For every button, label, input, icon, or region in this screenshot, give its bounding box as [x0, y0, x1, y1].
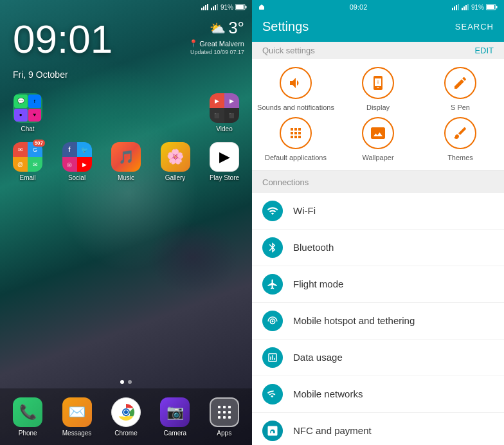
svg-rect-6 — [215, 5, 216, 10]
app-icon-video[interactable]: ▶ ▶ ⬛ ⬛ Video — [206, 93, 242, 132]
qs-default-apps-icon — [280, 117, 312, 149]
hotspot-icon — [262, 311, 283, 331]
svg-rect-16 — [223, 406, 226, 408]
data-label: Data usage — [293, 352, 343, 363]
status-time-right: 09:02 — [350, 3, 368, 11]
qs-wallpaper-icon — [362, 117, 394, 149]
settings-panel: 09:02 91% Settings SEARCH — [252, 0, 504, 445]
qs-spen-label: S Pen — [451, 103, 470, 112]
connections-title: Connections — [262, 177, 309, 187]
notification-icon — [258, 4, 265, 10]
lock-screen-time: 09:01 — [13, 19, 113, 59]
qs-sounds-icon — [280, 67, 312, 99]
quick-settings-grid: Sounds and notifications Display S Pen — [252, 59, 504, 171]
email-badge: 507 — [33, 140, 45, 147]
svg-rect-4 — [211, 8, 212, 10]
dock-apps[interactable]: Apps — [206, 397, 242, 437]
qs-default-apps[interactable]: Default applications — [257, 117, 334, 162]
qs-display-icon — [362, 67, 394, 99]
page-dots — [120, 380, 132, 384]
settings-item-data[interactable]: Data usage — [252, 340, 504, 376]
app-icon-email[interactable]: ✉ G @ ✉ 507 Email — [10, 142, 46, 181]
svg-rect-19 — [223, 411, 226, 413]
status-bar-right: 09:02 91% — [252, 0, 504, 14]
settings-item-nfc[interactable]: NFC and payment — [252, 413, 504, 445]
dock-label-phone: Phone — [19, 430, 37, 437]
app-icon-playstore[interactable]: ▶ Play Store — [206, 142, 242, 181]
svg-rect-18 — [218, 411, 221, 413]
settings-list: Wi-Fi Bluetooth Flight mode — [252, 193, 504, 445]
app-label-social: Social — [68, 174, 86, 181]
status-icons-left: 91% — [201, 4, 247, 11]
app-icon-social[interactable]: f 🐦 ◎ ▶ Social — [59, 142, 95, 181]
qs-themes-label: Themes — [447, 153, 473, 162]
svg-rect-31 — [465, 5, 467, 10]
battery-icon-left — [235, 4, 247, 10]
settings-item-flight[interactable]: Flight mode — [252, 266, 504, 303]
dock-label-camera: Camera — [164, 430, 187, 437]
app-label-video: Video — [216, 125, 232, 132]
svg-rect-10 — [236, 5, 244, 9]
edit-button[interactable]: EDIT — [474, 46, 494, 55]
networks-label: Mobile networks — [293, 388, 363, 399]
svg-rect-25 — [452, 8, 453, 10]
app-row-1: 💬 f ● ♥ Chat ▶ ▶ ⬛ ⬛ Video — [10, 93, 242, 132]
qs-themes[interactable]: Themes — [422, 117, 499, 162]
svg-rect-17 — [228, 406, 231, 408]
nfc-label: NFC and payment — [293, 425, 372, 436]
svg-rect-29 — [462, 8, 463, 10]
dock-label-apps: Apps — [217, 430, 231, 437]
dock-messages[interactable]: ✉️ Messages — [59, 397, 95, 437]
qs-spen-icon — [444, 67, 476, 99]
svg-rect-23 — [228, 416, 231, 419]
quick-settings-label: Quick settings — [262, 46, 315, 55]
weather-updated: Updated 10/09 07:17 — [189, 49, 244, 55]
dock-camera[interactable]: 📷 Camera — [157, 397, 193, 437]
weather-temp: 3° — [228, 18, 244, 38]
svg-rect-24 — [259, 6, 264, 10]
svg-rect-22 — [223, 416, 226, 419]
qs-sounds-label: Sounds and notifications — [257, 103, 334, 112]
app-icon-chat[interactable]: 💬 f ● ♥ Chat — [10, 93, 46, 132]
svg-rect-34 — [496, 6, 497, 8]
svg-rect-5 — [213, 6, 214, 10]
dock-chrome[interactable]: Chrome — [108, 397, 144, 437]
dock-phone[interactable]: 📞 Phone — [10, 397, 46, 437]
svg-rect-15 — [218, 406, 221, 408]
battery-right: 91% — [471, 4, 484, 11]
quick-settings-bar: Quick settings EDIT — [252, 42, 504, 59]
app-grid: 💬 f ● ♥ Chat ▶ ▶ ⬛ ⬛ Video — [10, 93, 242, 191]
settings-header: Settings SEARCH — [252, 14, 504, 42]
bluetooth-icon — [262, 237, 283, 258]
settings-item-hotspot[interactable]: Mobile hotspot and tethering — [252, 303, 504, 340]
qs-sounds[interactable]: Sounds and notifications — [257, 67, 334, 112]
chrome-icon — [117, 403, 135, 421]
pin-icon: 📍 — [189, 39, 198, 48]
app-label-chat: Chat — [21, 125, 34, 132]
svg-rect-30 — [464, 6, 465, 10]
search-button[interactable]: SEARCH — [455, 22, 494, 32]
settings-item-wifi[interactable]: Wi-Fi — [252, 193, 504, 230]
qs-display[interactable]: Display — [339, 67, 417, 112]
signal2-icon — [211, 4, 219, 10]
svg-rect-1 — [203, 6, 204, 10]
svg-rect-7 — [217, 4, 218, 10]
wifi-label: Wi-Fi — [293, 205, 316, 216]
weather-widget: ⛅ 3° 📍 Great Malvern Updated 10/09 07:17 — [189, 18, 244, 55]
app-icon-music[interactable]: 🎵 Music — [108, 142, 144, 181]
svg-rect-26 — [454, 6, 455, 10]
dock-label-chrome: Chrome — [114, 430, 138, 437]
signal-right-icon — [452, 4, 460, 10]
signal-icon — [201, 4, 209, 10]
svg-rect-20 — [228, 411, 231, 413]
app-icon-gallery[interactable]: 🌸 Gallery — [158, 142, 194, 181]
dot-1 — [120, 380, 124, 384]
settings-item-bluetooth[interactable]: Bluetooth — [252, 230, 504, 266]
settings-item-networks[interactable]: Mobile networks — [252, 376, 504, 413]
settings-title: Settings — [262, 19, 309, 34]
battery-left: 91% — [221, 4, 233, 11]
connections-header: Connections — [252, 171, 504, 193]
qs-wallpaper-label: Wallpaper — [362, 153, 393, 162]
qs-wallpaper[interactable]: Wallpaper — [339, 117, 417, 162]
qs-spen[interactable]: S Pen — [422, 67, 499, 112]
